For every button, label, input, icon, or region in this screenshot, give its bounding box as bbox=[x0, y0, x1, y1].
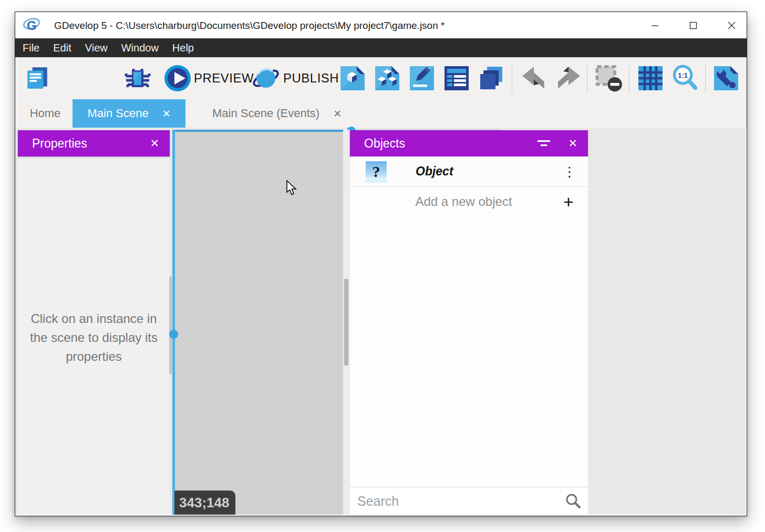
properties-title: Properties bbox=[32, 137, 87, 151]
toolbar: PREVIEW PUBLISH bbox=[15, 57, 747, 99]
add-new-object-button[interactable]: Add a new object + bbox=[350, 187, 588, 216]
mouse-cursor-icon bbox=[286, 180, 297, 196]
window-title: GDevelop 5 - C:\Users\charburg\Documents… bbox=[54, 12, 444, 38]
filter-icon[interactable] bbox=[537, 140, 550, 147]
properties-panel: Properties ✕ Click on an instance in the… bbox=[18, 130, 170, 515]
redo-icon[interactable] bbox=[555, 67, 582, 90]
project-manager-icon[interactable] bbox=[24, 65, 50, 91]
tab-home-label: Home bbox=[30, 107, 61, 120]
toolbar-separator bbox=[629, 65, 629, 92]
objects-title: Objects bbox=[364, 137, 405, 151]
canvas-scrollbar-thumb[interactable] bbox=[344, 279, 348, 366]
menu-bar: File Edit View Window Help bbox=[15, 38, 747, 57]
properties-close-icon[interactable]: ✕ bbox=[150, 137, 159, 150]
svg-text:G: G bbox=[27, 18, 37, 33]
cursor-coordinates-badge: 343;148 bbox=[174, 491, 235, 515]
preview-label[interactable]: PREVIEW bbox=[194, 71, 254, 86]
gdevelop-window: G GDevelop 5 - C:\Users\charburg\Documen… bbox=[15, 12, 747, 516]
toolbar-separator bbox=[705, 65, 706, 92]
minimize-button[interactable] bbox=[639, 12, 670, 38]
tab-close-icon[interactable]: ✕ bbox=[162, 108, 171, 120]
properties-header: Properties ✕ bbox=[18, 130, 170, 157]
tab-bar: Home Main Scene ✕ Main Scene (Events) ✕ bbox=[15, 99, 747, 128]
publish-globe-icon[interactable] bbox=[252, 64, 280, 92]
publish-label[interactable]: PUBLISH bbox=[283, 71, 339, 86]
plus-icon: + bbox=[560, 192, 577, 212]
editor-content: Properties ✕ Click on an instance in the… bbox=[15, 128, 746, 515]
toolbar-separator bbox=[587, 65, 587, 92]
undo-icon[interactable] bbox=[521, 67, 547, 90]
layers-icon[interactable] bbox=[478, 65, 504, 91]
tab-main-scene-label: Main Scene bbox=[87, 107, 148, 120]
scene-properties-icon[interactable] bbox=[409, 65, 435, 91]
tab-main-scene[interactable]: Main Scene ✕ bbox=[73, 99, 185, 128]
open-settings-icon[interactable] bbox=[713, 65, 739, 91]
maximize-button[interactable] bbox=[678, 12, 708, 38]
tab-close-icon[interactable]: ✕ bbox=[333, 108, 342, 120]
deselect-instances-icon[interactable] bbox=[594, 64, 623, 93]
grid-icon[interactable] bbox=[637, 65, 664, 91]
tab-home[interactable]: Home bbox=[24, 99, 66, 128]
title-bar: G GDevelop 5 - C:\Users\charburg\Documen… bbox=[15, 12, 747, 38]
add-new-object-label: Add a new object bbox=[350, 194, 560, 209]
tab-main-scene-events[interactable]: Main Scene (Events) ✕ bbox=[195, 99, 359, 128]
menu-file[interactable]: File bbox=[16, 38, 46, 57]
menu-view[interactable]: View bbox=[78, 38, 115, 57]
objects-close-icon[interactable]: ✕ bbox=[568, 137, 577, 150]
canvas-scrollbar-track[interactable] bbox=[343, 130, 350, 515]
frame-resize-handle-left[interactable] bbox=[169, 330, 178, 339]
objects-header: Objects ✕ bbox=[350, 130, 588, 157]
object-thumbnail-icon: ? bbox=[366, 161, 387, 182]
object-list-item[interactable]: ? Object ⋮ bbox=[350, 157, 588, 187]
object-name: Object bbox=[416, 164, 453, 179]
scene-frame-left-edge bbox=[172, 130, 175, 515]
events-list-icon[interactable] bbox=[443, 65, 470, 91]
close-button[interactable] bbox=[716, 12, 747, 38]
toolbar-separator bbox=[512, 65, 512, 92]
zoom-1-1-icon[interactable]: 1:1 bbox=[671, 64, 699, 92]
scene-editor-icon[interactable] bbox=[339, 65, 366, 91]
debug-icon[interactable] bbox=[124, 65, 151, 92]
menu-edit[interactable]: Edit bbox=[46, 38, 78, 57]
preview-play-icon[interactable] bbox=[163, 64, 192, 92]
menu-help[interactable]: Help bbox=[166, 38, 201, 57]
object-menu-kebab-icon[interactable]: ⋮ bbox=[563, 166, 576, 177]
menu-window[interactable]: Window bbox=[115, 38, 166, 57]
objects-panel: Objects ✕ ? Object ⋮ Add a new object + bbox=[350, 130, 588, 515]
objects-list-icon[interactable] bbox=[374, 65, 400, 91]
properties-empty-message: Click on an instance in the scene to dis… bbox=[18, 309, 170, 366]
properties-scrollbar[interactable] bbox=[169, 276, 172, 374]
search-icon bbox=[565, 493, 582, 509]
tab-main-scene-events-label: Main Scene (Events) bbox=[212, 107, 319, 120]
objects-search-bar bbox=[350, 487, 588, 515]
gdevelop-logo-icon: G bbox=[23, 17, 42, 34]
search-input[interactable] bbox=[350, 487, 564, 515]
svg-text:1:1: 1:1 bbox=[678, 71, 688, 79]
scene-frame-top-edge bbox=[172, 130, 351, 132]
